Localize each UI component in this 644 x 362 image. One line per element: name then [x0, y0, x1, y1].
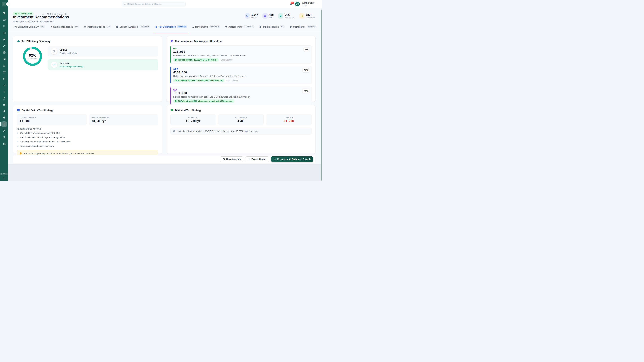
line-chart-icon [3, 3, 5, 5]
recommended-actions-label: RECOMMENDED ACTIONS [17, 128, 158, 130]
scroll-right-icon[interactable] [6, 173, 8, 175]
export-report-button[interactable]: Export Report [245, 156, 269, 162]
wrapper-description: Flexible access for medium-term goals. U… [173, 96, 309, 98]
bars-icon [192, 26, 194, 28]
action-text: Bed & ISA: Sell GIA holdings and rebuy i… [20, 136, 65, 139]
sidebar-item-bar-chart[interactable] [1, 76, 7, 81]
new-analysis-button[interactable]: New Analysis [220, 156, 243, 162]
refresh-icon [222, 158, 225, 160]
stat-label: ALLOWANCE [221, 117, 261, 118]
sidebar-item-package-user[interactable] [1, 141, 7, 147]
tab-audience-badge: TECHNICAL [244, 25, 254, 28]
cgt-strategy-card: Capital Gains Tax Strategy CGT ALLOWANCE… [13, 105, 162, 154]
chevron-down-icon[interactable] [317, 3, 319, 5]
sidebar-item-wallet[interactable] [1, 17, 7, 22]
chevron-right-icon [17, 141, 18, 143]
tab-audience-badge: BUSINESS [177, 25, 187, 28]
tab-scenario-analysis[interactable]: Scenario AnalysisTECHNICAL [116, 26, 150, 31]
stat-label: CONFIDENCE [285, 17, 295, 18]
recommended-action-item: Use full CGT allowance annually (£3,000) [17, 132, 158, 134]
bell-icon [2, 116, 6, 119]
sidebar-item-bell[interactable] [1, 115, 7, 120]
tab-label: Portfolio Options [88, 26, 105, 28]
user-info[interactable]: Admin User admin [302, 2, 314, 6]
search-input[interactable] [122, 1, 186, 6]
sidebar-collapse-button[interactable] [6, 2, 10, 6]
efficiency-donut-chart: 92% EFFICIENCY [22, 46, 43, 66]
piggy-bank-icon [17, 39, 20, 43]
efficiency-value: 92% [29, 53, 36, 58]
tab-market-intelligence[interactable]: Market IntelligenceALL [50, 26, 79, 31]
page-scrollbar-thumb[interactable] [321, 10, 322, 181]
check-circle-icon [15, 12, 17, 15]
tab-executive-summary[interactable]: Executive SummaryCXO [14, 26, 45, 31]
sidebar-item-chart-card[interactable] [1, 30, 7, 35]
sidebar-item-sparkles[interactable] [1, 121, 7, 127]
tab-ai-reasoning[interactable]: AI ReasoningTECHNICAL [225, 26, 254, 31]
tab-label: Market Intelligence [53, 26, 73, 28]
piggy-icon [155, 26, 157, 28]
tab-label: Compliance [293, 26, 306, 28]
tab-label: Implementation [263, 26, 279, 28]
arrow-right-icon [274, 158, 276, 160]
wrapper-amount: £130,000 [173, 71, 309, 74]
sidebar-item-users[interactable] [1, 62, 7, 68]
tab-compliance[interactable]: ComplianceBUSINESS [290, 26, 316, 31]
sidebar-item-cloud-up[interactable] [1, 102, 7, 107]
page-scrollbar[interactable] [321, 8, 322, 181]
chevron-right-icon [17, 145, 18, 147]
sidebar-item-search[interactable] [1, 23, 7, 29]
cgt-stat-cgt-allowance: CGT ALLOWANCE£3,000 [17, 114, 86, 125]
briefcase-icon [14, 26, 17, 28]
sidebar-item-converge[interactable] [1, 43, 7, 49]
sparkles-icon [2, 123, 6, 126]
app-logo[interactable] [2, 2, 6, 6]
wrapper-amount: £100,000 [173, 91, 309, 95]
savings-value: £3,250 [60, 48, 77, 51]
sidebar-item-trend[interactable] [1, 89, 7, 94]
tab-label: Tax Optimization [158, 26, 176, 28]
chart-column-box-icon [116, 26, 118, 28]
sidebar-item-shield-check[interactable] [1, 128, 7, 134]
savings-stat-row: £3,250Annual Tax Savings [48, 46, 158, 56]
sidebar-scrollbar[interactable] [0, 173, 8, 175]
scroll-left-icon[interactable] [1, 173, 2, 175]
wallet-icon [2, 18, 6, 21]
sidebar-item-user-plus[interactable] [1, 69, 7, 75]
sidebar-item-calculator[interactable] [1, 95, 7, 101]
calculator-icon [2, 96, 6, 100]
tab-benchmarks[interactable]: BenchmarksTECHNICAL [192, 26, 220, 31]
scroll-thumb[interactable] [2, 173, 6, 174]
notifications-button[interactable]: 9+ [290, 2, 293, 5]
tab-tax-optimization[interactable]: Tax OptimizationBUSINESS [155, 26, 187, 31]
sidebar-item-leaf[interactable] [1, 108, 7, 114]
chevron-right-icon [17, 132, 18, 134]
scroll-up-icon[interactable] [321, 8, 322, 9]
proceed-with-balanced-growth-button[interactable]: Proceed with Balanced Growth [271, 156, 313, 162]
avatar[interactable]: AU [295, 2, 300, 6]
wrapper-name: GIA [173, 89, 309, 91]
tab-label: Executive Summary [18, 26, 39, 28]
allocation-percent-badge: 40% [302, 89, 310, 93]
tab-portfolio-options[interactable]: Portfolio OptionsALL [84, 26, 111, 31]
wrapper-limit: Limit: £60,000 [226, 79, 238, 81]
stat-label: EXPECTED [173, 117, 213, 118]
clipboard-check-icon [259, 26, 262, 28]
dividend-note: Hold high-dividend funds in ISA/SIPP to … [170, 128, 312, 135]
sidebar-item-star[interactable] [1, 36, 7, 42]
search-icon [124, 3, 126, 5]
tab-implementation[interactable]: ImplementationALL [259, 26, 285, 31]
sidebar-item-briefcase[interactable] [1, 49, 7, 55]
bank-icon [84, 26, 86, 28]
action-text: Consider spouse transfers to double CGT … [20, 140, 70, 143]
logout-button[interactable] [2, 177, 6, 180]
sidebar-item-dashboard[interactable] [1, 10, 7, 16]
sidebar-item-bank[interactable] [1, 134, 7, 140]
sidebar-item-folder-user[interactable] [1, 56, 7, 62]
leaf-icon [2, 110, 6, 113]
sparkline-icon [2, 83, 6, 87]
tab-audience-badge: ALL [106, 25, 111, 28]
sidebar-item-sparkline[interactable] [1, 82, 7, 88]
folder-user-icon [2, 57, 6, 60]
users-icon [2, 64, 6, 67]
